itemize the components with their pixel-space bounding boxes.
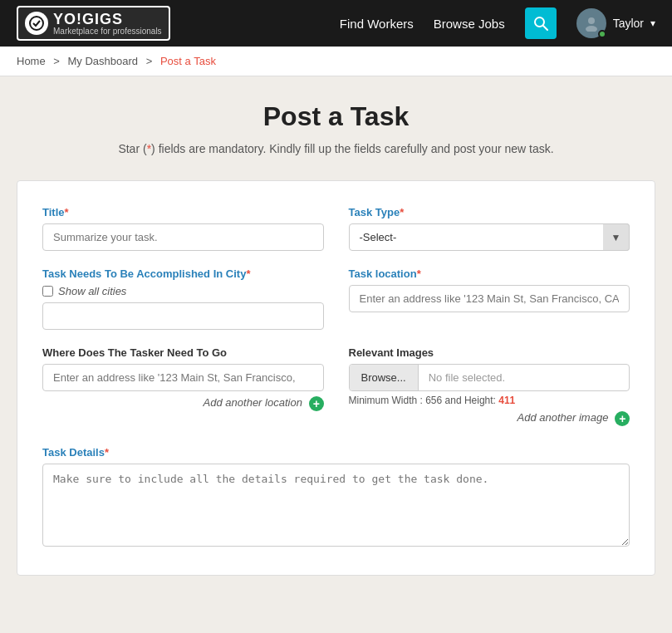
main-content: Post a Task Star (*) fields are mandator…: [0, 76, 672, 601]
online-indicator: [598, 30, 606, 38]
title-group: Title*: [42, 206, 324, 251]
task-type-select[interactable]: -Select-: [349, 223, 630, 251]
form-container: Title* Task Type* -Select- ▼: [17, 180, 655, 576]
add-image-plus-icon: +: [615, 411, 630, 426]
user-dropdown-arrow[interactable]: ▾: [650, 17, 655, 29]
logo-box: YO!GIGS Marketplace for professionals: [17, 6, 170, 41]
city-checkbox-label: Show all cities: [42, 285, 324, 297]
logo-area: YO!GIGS Marketplace for professionals: [17, 6, 170, 41]
title-input[interactable]: [42, 223, 324, 251]
city-label: Task Needs To Be Accomplished In City*: [42, 267, 324, 280]
images-group: Relevant Images Browse... No file select…: [349, 346, 630, 426]
file-status: No file selected.: [419, 365, 629, 390]
avatar: [576, 8, 606, 38]
task-location-label: Task location*: [349, 267, 630, 280]
logo-text: YO!GIGS: [53, 11, 162, 28]
task-type-label: Task Type*: [349, 206, 630, 218]
task-type-select-wrapper: -Select- ▼: [349, 223, 630, 251]
image-hint: Minimum Width : 656 and Height: 411: [349, 395, 630, 406]
title-label: Title*: [42, 206, 324, 218]
city-required: *: [246, 267, 250, 280]
subtitle: Star (*) fields are mandatory. Kindly fi…: [17, 142, 655, 155]
tasker-go-input[interactable]: [42, 364, 324, 391]
svg-point-4: [586, 26, 597, 32]
breadcrumb-dashboard[interactable]: My Dashboard: [68, 55, 139, 67]
add-image-row: Add another image +: [349, 410, 630, 426]
city-input[interactable]: [42, 302, 324, 330]
image-hint-height: 411: [498, 395, 515, 406]
breadcrumb-sep2: >: [146, 55, 153, 67]
browse-button[interactable]: Browse...: [350, 365, 419, 390]
city-group: Task Needs To Be Accomplished In City* S…: [42, 267, 324, 330]
subtitle-part1: Star (: [118, 142, 146, 155]
task-type-group: Task Type* -Select- ▼: [349, 206, 630, 251]
form-row-1: Title* Task Type* -Select- ▼: [42, 206, 630, 251]
user-area: Taylor ▾: [576, 8, 655, 38]
form-row-2: Task Needs To Be Accomplished In City* S…: [42, 267, 630, 330]
add-image-link[interactable]: Add another image +: [517, 411, 630, 424]
file-input-row: Browse... No file selected.: [349, 364, 630, 391]
task-location-group: Task location*: [349, 267, 630, 330]
task-details-section: Task Details*: [42, 446, 630, 550]
svg-point-3: [588, 17, 595, 24]
user-name: Taylor: [613, 17, 644, 30]
task-details-required: *: [105, 446, 109, 459]
task-location-input[interactable]: [349, 285, 630, 312]
breadcrumb-home[interactable]: Home: [17, 55, 46, 67]
add-location-row: Add another location +: [42, 395, 324, 411]
search-button[interactable]: [525, 7, 557, 39]
subtitle-part2: ) fields are mandatory. Kindly fill up t…: [151, 142, 554, 155]
svg-point-0: [30, 17, 43, 30]
breadcrumb-sep1: >: [53, 55, 60, 67]
task-details-textarea[interactable]: [42, 464, 630, 547]
title-required: *: [65, 206, 69, 218]
svg-line-2: [543, 26, 547, 30]
browse-jobs-link[interactable]: Browse Jobs: [434, 17, 505, 31]
page-title: Post a Task: [17, 101, 655, 132]
logo-icon: [25, 12, 48, 35]
add-location-link[interactable]: Add another location +: [204, 396, 324, 409]
find-workers-link[interactable]: Find Workers: [340, 17, 414, 31]
relevant-images-label: Relevant Images: [349, 346, 630, 359]
task-details-label: Task Details*: [42, 446, 630, 459]
form-row-3: Where Does The Tasker Need To Go Add ano…: [42, 346, 630, 429]
task-location-required: *: [417, 267, 421, 280]
header: YO!GIGS Marketplace for professionals Fi…: [0, 0, 672, 47]
logo-sub: Marketplace for professionals: [53, 27, 162, 36]
task-type-required: *: [400, 206, 404, 218]
tasker-go-label: Where Does The Tasker Need To Go: [42, 346, 324, 359]
city-checkbox[interactable]: [42, 286, 53, 297]
breadcrumb-current: Post a Task: [160, 55, 216, 67]
breadcrumb: Home > My Dashboard > Post a Task: [0, 47, 672, 76]
add-location-plus-icon: +: [309, 396, 324, 411]
main-nav: Find Workers Browse Jobs Taylor ▾: [340, 7, 655, 39]
tasker-go-group: Where Does The Tasker Need To Go Add ano…: [42, 346, 324, 411]
